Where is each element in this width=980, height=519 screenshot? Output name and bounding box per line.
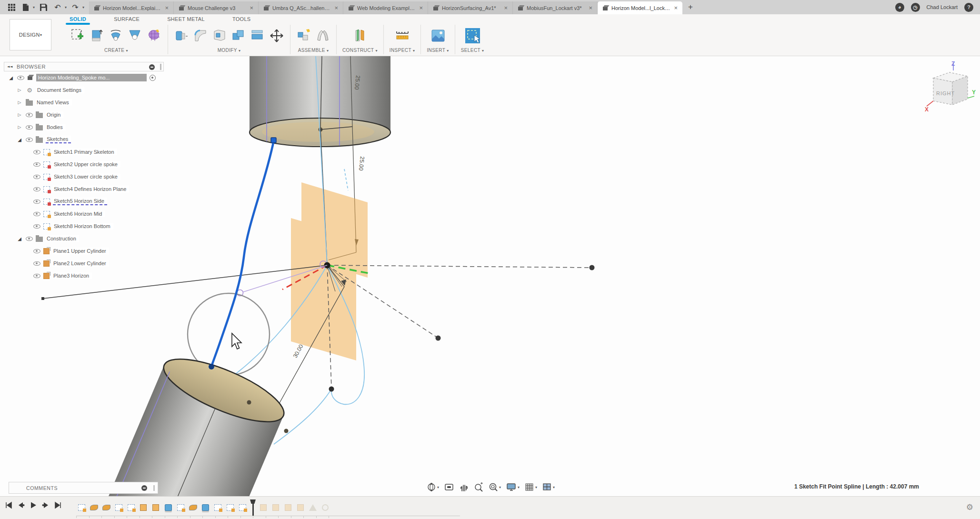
- timeline-feature-revolve[interactable]: [100, 501, 112, 514]
- pan-icon[interactable]: [458, 481, 470, 493]
- visibility-eye-icon[interactable]: [33, 261, 40, 266]
- timeline-future-plane[interactable]: [257, 501, 270, 514]
- ribbon-group-label[interactable]: SELECT ▾: [461, 48, 484, 53]
- app-grid-icon[interactable]: [6, 2, 17, 12]
- selected-fit-point-spline[interactable]: [209, 138, 276, 369]
- timeline-feature-sketch[interactable]: [224, 501, 236, 514]
- timeline-feature-sketch[interactable]: [174, 501, 187, 514]
- expand-triangle-icon[interactable]: ▷: [16, 112, 23, 117]
- ribbon-tab-tools[interactable]: TOOLS: [230, 15, 254, 24]
- timeline-feature-revolve[interactable]: [88, 501, 100, 514]
- reference-point-diagonal[interactable]: [436, 336, 441, 341]
- browser-item-construction[interactable]: ◢ Construction: [4, 232, 164, 245]
- viewcube-face-label[interactable]: RIGHT: [936, 90, 955, 96]
- visibility-eye-icon[interactable]: [33, 150, 40, 154]
- ribbon-group-label[interactable]: INSPECT ▾: [390, 48, 415, 53]
- redo-caret-icon[interactable]: ▾: [82, 5, 84, 10]
- orbit-icon[interactable]: ▾: [425, 481, 440, 493]
- expand-triangle-icon[interactable]: ▷: [16, 88, 23, 92]
- file-menu-icon[interactable]: [20, 2, 31, 12]
- ribbon-group-label[interactable]: MODIFY ▾: [218, 48, 241, 53]
- browser-item-bodies[interactable]: ▷ Bodies: [4, 121, 164, 133]
- spline-endpoint-bottom[interactable]: [209, 364, 214, 369]
- timeline-feature-sketch[interactable]: [236, 501, 249, 514]
- visibility-eye-icon[interactable]: [26, 237, 33, 241]
- comments-display-icon[interactable]: [141, 485, 147, 491]
- activate-component-radio[interactable]: [150, 75, 156, 81]
- visibility-eye-icon[interactable]: [33, 200, 40, 204]
- extrude-icon[interactable]: [90, 28, 105, 43]
- select-box-icon[interactable]: [465, 28, 480, 43]
- fit-icon[interactable]: ▾: [487, 481, 502, 493]
- loft-icon[interactable]: [128, 28, 143, 43]
- extensions-icon[interactable]: ◕: [895, 3, 904, 12]
- viewports-icon[interactable]: ▾: [541, 481, 556, 493]
- browser-item-document-settings[interactable]: ▷⚙ Document Settings: [4, 84, 164, 96]
- timeline-play-button[interactable]: [30, 501, 37, 509]
- ribbon-group-label[interactable]: CONSTRUCT ▾: [342, 48, 378, 53]
- reference-point-right[interactable]: [590, 265, 595, 270]
- undo-icon[interactable]: ↶: [52, 2, 63, 12]
- spline-endpoint-top[interactable]: [271, 138, 276, 143]
- browser-item-origin[interactable]: ▷ Origin: [4, 109, 164, 121]
- ribbon-group-label[interactable]: INSERT ▾: [427, 48, 449, 53]
- timeline-feature-sketch[interactable]: [75, 501, 88, 514]
- document-tab[interactable]: Web Modeling Example Av1* ×: [343, 1, 428, 14]
- display-settings-icon[interactable]: ▾: [505, 481, 521, 493]
- sketch-item[interactable]: Sketch6 Horizon Mid: [4, 208, 164, 220]
- timeline-feature-sketch[interactable]: [211, 501, 224, 514]
- tab-close-icon[interactable]: ×: [503, 4, 509, 11]
- timeline-playhead[interactable]: [250, 499, 256, 516]
- browser-item-sketches[interactable]: ◢ Sketches: [4, 133, 164, 146]
- tab-close-icon[interactable]: ×: [418, 4, 424, 11]
- visibility-eye-icon[interactable]: [26, 138, 33, 142]
- visibility-eye-icon[interactable]: [33, 212, 40, 216]
- visibility-eye-icon[interactable]: [33, 175, 40, 179]
- revolve-icon[interactable]: [109, 28, 124, 43]
- joint-icon[interactable]: [315, 28, 330, 43]
- browser-item-named-views[interactable]: ▷ Named Views: [4, 96, 164, 109]
- browser-root-component[interactable]: ◢ Horizon Modeling_Spoke mo...: [4, 71, 164, 84]
- sketch-item[interactable]: Sketch8 Horizon Bottom: [4, 220, 164, 232]
- file-menu-caret-icon[interactable]: ▾: [33, 5, 35, 10]
- ribbon-group-label[interactable]: CREATE ▾: [104, 48, 128, 53]
- document-tab[interactable]: Umbra Q_ASc...hallenge v2* ×: [259, 1, 343, 14]
- timeline-feature-sketch[interactable]: [125, 501, 137, 514]
- ribbon-tab-sheet-metal[interactable]: SHEET METAL: [164, 15, 208, 24]
- timeline-future-plane[interactable]: [282, 501, 294, 514]
- lower-cylinder-body[interactable]: [103, 347, 291, 496]
- collapse-triangle-icon[interactable]: ◢: [8, 75, 14, 80]
- timeline-feature-plane[interactable]: [150, 501, 162, 514]
- timeline-feature-extrude[interactable]: [199, 501, 211, 514]
- expand-triangle-icon[interactable]: ▷: [16, 125, 23, 130]
- measure-icon[interactable]: [395, 28, 410, 43]
- visibility-eye-icon[interactable]: [33, 162, 40, 167]
- visibility-eye-icon[interactable]: [33, 187, 40, 191]
- timeline-step-back-button[interactable]: [17, 501, 25, 509]
- lower-face-point[interactable]: [247, 400, 251, 405]
- timeline-skip-start-button[interactable]: [5, 501, 12, 509]
- look-at-icon[interactable]: [443, 481, 455, 493]
- zoom-icon[interactable]: [472, 481, 485, 493]
- timeline-future-plane[interactable]: [294, 501, 307, 514]
- visibility-eye-icon[interactable]: [33, 249, 40, 253]
- tab-close-icon[interactable]: ×: [333, 4, 339, 11]
- document-tab[interactable]: Mouse Challenge v3 ×: [174, 1, 259, 14]
- comments-resize-grip[interactable]: [153, 485, 155, 491]
- timeline-ruler[interactable]: [76, 516, 460, 516]
- timeline-feature-extrude[interactable]: [162, 501, 174, 514]
- grid-settings-icon[interactable]: ▾: [523, 481, 539, 493]
- form-icon[interactable]: [147, 28, 162, 43]
- workspace-selector[interactable]: DESIGN ▾: [10, 19, 51, 50]
- visibility-eye-icon[interactable]: [17, 76, 24, 80]
- new-component-icon[interactable]: [296, 28, 311, 43]
- root-component-name[interactable]: Horizon Modeling_Spoke mo...: [36, 74, 147, 81]
- redo-icon[interactable]: ↷: [70, 2, 81, 12]
- collapse-triangle-icon[interactable]: ◢: [16, 236, 23, 241]
- ribbon-tab-surface[interactable]: SURFACE: [111, 15, 142, 24]
- sketch-item[interactable]: Sketch5 Horizon Side: [4, 195, 164, 208]
- ribbon-group-label[interactable]: ASSEMBLE ▾: [298, 48, 329, 53]
- collapse-triangle-icon[interactable]: ◢: [16, 137, 23, 142]
- press-pull-icon[interactable]: [174, 28, 189, 43]
- fillet-icon[interactable]: [193, 28, 208, 43]
